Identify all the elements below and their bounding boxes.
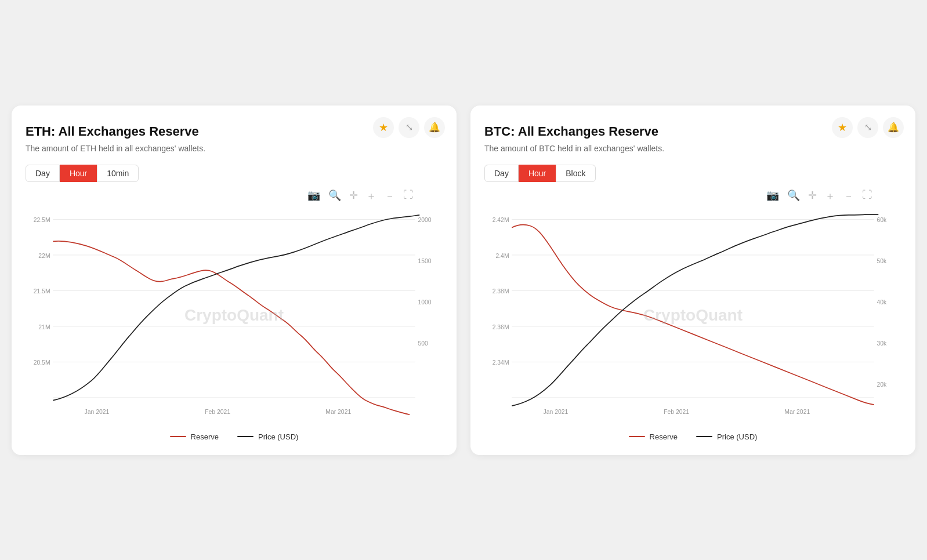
- svg-text:Mar 2021: Mar 2021: [325, 409, 351, 415]
- svg-text:30k: 30k: [877, 340, 887, 347]
- bell-button[interactable]: 🔔: [883, 117, 904, 138]
- star-button[interactable]: ★: [832, 117, 853, 138]
- crosshair-icon[interactable]: ✛: [808, 189, 817, 203]
- svg-text:20k: 20k: [877, 381, 887, 387]
- crosshair-icon[interactable]: ✛: [349, 189, 358, 203]
- time-btn-10min[interactable]: 10min: [97, 165, 139, 182]
- svg-text:1000: 1000: [418, 299, 431, 306]
- chart-svg: 22.5M22M21.5M21M20.5M200015001000500Jan …: [26, 205, 443, 426]
- svg-text:Jan 2021: Jan 2021: [85, 409, 110, 415]
- legend-line-color: [629, 436, 645, 438]
- card-actions: ★⤡🔔: [832, 117, 904, 138]
- price-line: [53, 214, 419, 400]
- chart-area: CryptoQuant22.5M22M21.5M21M20.5M20001500…: [26, 205, 443, 426]
- svg-text:Jan 2021: Jan 2021: [544, 409, 568, 415]
- svg-text:Feb 2021: Feb 2021: [664, 409, 689, 415]
- star-button[interactable]: ★: [373, 117, 394, 138]
- svg-text:20.5M: 20.5M: [34, 359, 50, 366]
- legend-item: Price (USD): [696, 432, 757, 441]
- time-controls: DayHourBlock: [484, 165, 901, 182]
- svg-text:21.5M: 21.5M: [34, 288, 50, 294]
- legend-item: Reserve: [170, 432, 219, 441]
- svg-text:1500: 1500: [418, 258, 431, 264]
- svg-text:2000: 2000: [418, 217, 431, 223]
- camera-icon[interactable]: 📷: [307, 189, 320, 203]
- btc-card: ★⤡🔔BTC: All Exchanges ReserveThe amount …: [470, 106, 915, 455]
- bell-button[interactable]: 🔔: [424, 117, 445, 138]
- svg-text:22M: 22M: [38, 252, 50, 259]
- time-btn-block[interactable]: Block: [556, 165, 595, 182]
- legend-label: Price (USD): [258, 432, 298, 441]
- svg-text:2.38M: 2.38M: [493, 288, 509, 294]
- zoom-icon[interactable]: 🔍: [328, 189, 341, 203]
- svg-text:500: 500: [418, 340, 428, 347]
- reserve-line: [512, 224, 874, 404]
- svg-text:50k: 50k: [877, 258, 887, 264]
- eth-card: ★⤡🔔ETH: All Exchanges ReserveThe amount …: [12, 106, 457, 455]
- legend-item: Reserve: [629, 432, 678, 441]
- card-actions: ★⤡🔔: [373, 117, 445, 138]
- card-description: The amount of ETH held in all exchanges'…: [26, 144, 443, 153]
- svg-text:2.42M: 2.42M: [493, 217, 509, 223]
- chart-toolbar: 📷🔍✛＋－⛶: [484, 189, 901, 203]
- chart-toolbar: 📷🔍✛＋－⛶: [26, 189, 443, 203]
- time-btn-day[interactable]: Day: [26, 165, 60, 182]
- svg-text:2.4M: 2.4M: [495, 252, 509, 259]
- legend-line-color: [170, 436, 186, 438]
- time-btn-hour[interactable]: Hour: [60, 165, 97, 182]
- plus-icon[interactable]: ＋: [366, 189, 376, 203]
- chart-area: CryptoQuant2.42M2.4M2.38M2.36M2.34M60k50…: [484, 205, 901, 426]
- minus-icon[interactable]: －: [385, 189, 395, 203]
- svg-text:Mar 2021: Mar 2021: [784, 409, 810, 415]
- dashboard: ★⤡🔔ETH: All Exchanges ReserveThe amount …: [12, 106, 915, 455]
- legend-item: Price (USD): [237, 432, 298, 441]
- svg-text:2.36M: 2.36M: [493, 323, 509, 330]
- time-btn-day[interactable]: Day: [484, 165, 519, 182]
- legend-line-color: [696, 436, 712, 438]
- chart-legend: ReservePrice (USD): [26, 432, 443, 441]
- legend-label: Price (USD): [717, 432, 757, 441]
- svg-text:2.34M: 2.34M: [493, 359, 509, 366]
- legend-label: Reserve: [650, 432, 678, 441]
- svg-text:22.5M: 22.5M: [34, 217, 50, 223]
- price-line: [512, 214, 878, 405]
- camera-icon[interactable]: 📷: [766, 189, 779, 203]
- svg-text:Feb 2021: Feb 2021: [205, 409, 230, 415]
- svg-text:21M: 21M: [38, 323, 50, 330]
- minus-icon[interactable]: －: [843, 189, 854, 203]
- zoom-icon[interactable]: 🔍: [787, 189, 800, 203]
- chart-svg: 2.42M2.4M2.38M2.36M2.34M60k50k40k30k20kJ…: [484, 205, 901, 426]
- legend-label: Reserve: [191, 432, 219, 441]
- expand-button[interactable]: ⤡: [399, 117, 419, 138]
- plus-icon[interactable]: ＋: [825, 189, 835, 203]
- time-btn-hour[interactable]: Hour: [519, 165, 556, 182]
- legend-line-color: [237, 436, 254, 438]
- expand-button[interactable]: ⤡: [857, 117, 878, 138]
- fullscreen-icon[interactable]: ⛶: [862, 189, 872, 203]
- fullscreen-icon[interactable]: ⛶: [403, 189, 414, 203]
- svg-text:60k: 60k: [877, 217, 887, 223]
- time-controls: DayHour10min: [26, 165, 443, 182]
- reserve-line: [53, 241, 410, 414]
- chart-legend: ReservePrice (USD): [484, 432, 901, 441]
- svg-text:40k: 40k: [877, 299, 887, 306]
- card-description: The amount of BTC held in all exchanges'…: [484, 144, 901, 153]
